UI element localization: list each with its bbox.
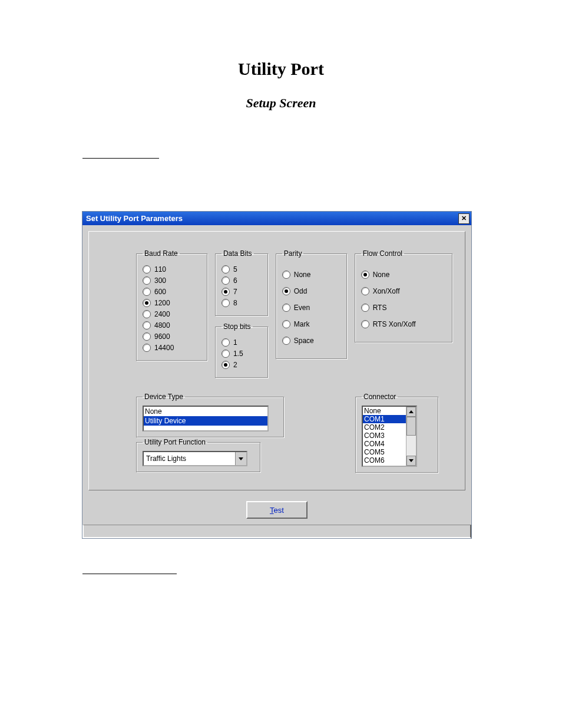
radio-icon	[222, 361, 230, 369]
radio-baud-600[interactable]: 600	[143, 288, 201, 296]
radio-label: 14400	[154, 344, 174, 352]
group-device-type: Device Type None Utility Device	[136, 393, 285, 438]
radio-flow-rts-xon[interactable]: RTS Xon/Xoff	[361, 320, 447, 328]
radio-label: Mark	[294, 320, 310, 328]
radio-label: None	[294, 271, 311, 279]
radio-icon	[222, 276, 230, 285]
radio-label: Space	[294, 337, 314, 345]
radio-stop-2[interactable]: 2	[222, 361, 262, 369]
radio-data-5[interactable]: 5	[222, 265, 262, 274]
close-button[interactable]: ✕	[458, 213, 470, 224]
radio-icon	[222, 288, 230, 296]
connector-listbox[interactable]: None COM1 COM2 COM3 COM4 COM5 COM6	[362, 406, 417, 467]
radio-icon	[143, 332, 151, 341]
list-item[interactable]: COM1	[363, 415, 406, 423]
utility-port-function-dropdown[interactable]: Traffic Lights	[143, 451, 247, 466]
radio-flow-xon[interactable]: Xon/Xoff	[361, 287, 447, 295]
group-utility-port-function: Utility Port Function Traffic Lights	[136, 438, 261, 473]
dialog-status-bar	[82, 525, 471, 538]
radio-label: 8	[233, 299, 237, 307]
radio-label: 110	[154, 265, 166, 274]
dropdown-value: Traffic Lights	[146, 454, 186, 463]
radio-icon	[282, 271, 290, 279]
radio-parity-odd[interactable]: Odd	[282, 287, 341, 295]
legend-utility-port-function: Utility Port Function	[143, 438, 207, 446]
radio-icon	[143, 310, 151, 318]
radio-label: 1.5	[233, 350, 243, 358]
radio-baud-14400[interactable]: 14400	[143, 344, 201, 352]
list-item[interactable]: COM5	[363, 448, 406, 456]
dialog-body: Baud Rate 110 300 600 1200 2400 4800 960…	[82, 225, 471, 525]
list-item[interactable]: None	[144, 407, 267, 416]
legend-connector: Connector	[362, 393, 398, 401]
radio-icon	[143, 265, 151, 274]
radio-label: 9600	[154, 332, 170, 341]
radio-baud-110[interactable]: 110	[143, 265, 201, 274]
radio-stop-1-5[interactable]: 1.5	[222, 350, 262, 358]
list-item[interactable]: Utility Device	[144, 416, 267, 426]
scroll-up-icon[interactable]	[406, 407, 416, 417]
radio-icon	[282, 337, 290, 345]
radio-label: 300	[154, 276, 166, 285]
list-item[interactable]: None	[363, 407, 406, 415]
dialog-title: Set Utility Port Parameters	[86, 214, 183, 223]
divider-bottom	[82, 574, 177, 574]
radio-data-8[interactable]: 8	[222, 299, 262, 307]
radio-icon	[143, 321, 151, 330]
scroll-down-icon[interactable]	[406, 456, 416, 466]
divider-top	[82, 158, 159, 159]
document-page: Utility Port Setup Screen Set Utility Po…	[0, 0, 562, 621]
radio-label: 1	[233, 338, 237, 347]
button-label: Test	[270, 506, 284, 515]
row-device-connector: Device Type None Utility Device Utility …	[136, 393, 453, 473]
legend-flow-control: Flow Control	[361, 249, 404, 258]
radio-icon	[361, 304, 369, 312]
radio-baud-1200[interactable]: 1200	[143, 299, 201, 307]
radio-label: 600	[154, 288, 166, 296]
radio-baud-9600[interactable]: 9600	[143, 332, 201, 341]
radio-flow-rts[interactable]: RTS	[361, 304, 447, 312]
radio-label: Odd	[294, 287, 308, 295]
scroll-track[interactable]	[406, 417, 416, 456]
list-item[interactable]: COM2	[363, 423, 406, 431]
column-device: Device Type None Utility Device Utility …	[136, 393, 285, 473]
radio-data-7[interactable]: 7	[222, 288, 262, 296]
test-button[interactable]: Test	[246, 501, 308, 519]
column-bits: Data Bits 5 6 7 8 Stop bits 1 1.5 2	[215, 249, 269, 378]
chevron-down-icon[interactable]	[235, 452, 246, 465]
group-stop-bits: Stop bits 1 1.5 2	[215, 322, 269, 378]
legend-parity: Parity	[282, 249, 304, 258]
radio-flow-none[interactable]: None	[361, 271, 447, 279]
scrollbar[interactable]	[406, 407, 416, 466]
list-item[interactable]: COM4	[363, 440, 406, 448]
radio-label: 4800	[154, 321, 170, 330]
radio-parity-even[interactable]: Even	[282, 304, 341, 312]
radio-label: 2	[233, 361, 237, 369]
radio-label: None	[373, 271, 390, 279]
dialog-titlebar: Set Utility Port Parameters ✕	[82, 212, 471, 225]
page-title: Utility Port	[0, 59, 562, 79]
connector-list[interactable]: None COM1 COM2 COM3 COM4 COM5 COM6	[363, 407, 406, 466]
radio-icon	[282, 304, 290, 312]
device-type-listbox[interactable]: None Utility Device	[143, 406, 269, 431]
radio-baud-4800[interactable]: 4800	[143, 321, 201, 330]
list-item[interactable]: COM3	[363, 431, 406, 440]
radio-parity-space[interactable]: Space	[282, 337, 341, 345]
group-flow-control: Flow Control None Xon/Xoff RTS RTS Xon/X…	[355, 249, 453, 343]
group-parity: Parity None Odd Even Mark Space	[276, 249, 348, 360]
radio-data-6[interactable]: 6	[222, 276, 262, 285]
list-item[interactable]: COM6	[363, 456, 406, 465]
radio-parity-none[interactable]: None	[282, 271, 341, 279]
dialog-inner-panel: Baud Rate 110 300 600 1200 2400 4800 960…	[88, 231, 465, 490]
radio-baud-300[interactable]: 300	[143, 276, 201, 285]
scroll-thumb[interactable]	[406, 417, 416, 436]
radio-stop-1[interactable]: 1	[222, 338, 262, 347]
legend-stop-bits: Stop bits	[222, 322, 253, 331]
radio-baud-2400[interactable]: 2400	[143, 310, 201, 318]
radio-parity-mark[interactable]: Mark	[282, 320, 341, 328]
group-data-bits: Data Bits 5 6 7 8	[215, 249, 269, 317]
page-subtitle: Setup Screen	[0, 95, 562, 111]
radio-icon	[143, 344, 151, 352]
close-icon: ✕	[461, 215, 467, 222]
row-serial-params: Baud Rate 110 300 600 1200 2400 4800 960…	[136, 249, 453, 378]
